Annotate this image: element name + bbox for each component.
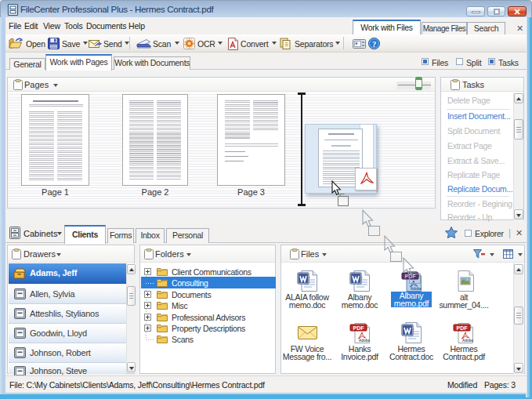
svg-text:?: ? <box>372 40 376 49</box>
